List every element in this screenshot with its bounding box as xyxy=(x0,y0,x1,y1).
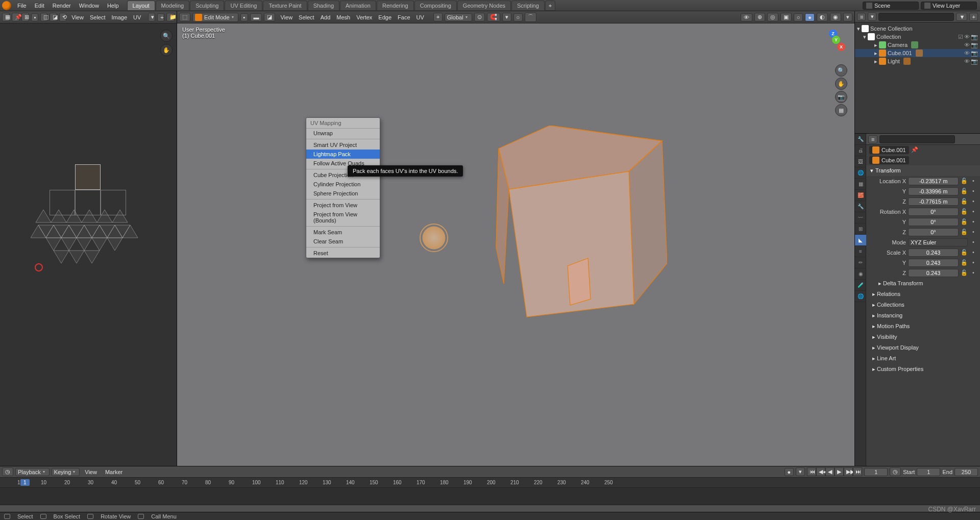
menu-edit[interactable]: Edit xyxy=(31,1,48,10)
lock-icon[interactable]: 🔓 xyxy=(961,188,968,195)
outliner-tree[interactable]: ▾Scene Collection ▾Collection☑👁📷 ▸Camera… xyxy=(855,22,980,133)
properties-search[interactable] xyxy=(879,135,955,143)
property-tab-2[interactable]: 🖼 xyxy=(855,156,866,167)
orientation-selector[interactable]: Global▾ xyxy=(445,13,472,21)
property-tab-12[interactable]: ◉ xyxy=(855,268,866,280)
property-tab-13[interactable]: 🧪 xyxy=(855,280,866,291)
workspace-tab-uv-editing[interactable]: UV Editing xyxy=(225,1,262,10)
axis-x-icon[interactable]: X xyxy=(837,43,845,51)
uv-snap-button[interactable]: ⊞ xyxy=(21,13,29,21)
outliner-search[interactable] xyxy=(878,13,954,21)
timeline-marker-menu[interactable]: Marker xyxy=(102,468,126,476)
property-tab-1[interactable]: 🖨 xyxy=(855,145,866,156)
axis-y-icon[interactable]: Y xyxy=(832,36,840,44)
timeline-scrollbar[interactable] xyxy=(0,505,980,512)
rotation-y-field[interactable]: 0° xyxy=(908,218,959,226)
property-tab-7[interactable]: 〰 xyxy=(855,212,866,224)
uv-hand-icon[interactable]: ✋ xyxy=(160,44,173,56)
uv-mapping-unwrap[interactable]: Unwrap xyxy=(306,129,380,138)
viewport-menu-uv[interactable]: UV xyxy=(413,13,427,21)
uv-mapping-project-from-view[interactable]: Project from View xyxy=(306,201,380,210)
uv-menu-view[interactable]: View xyxy=(68,13,87,21)
uv-select-mode-face[interactable]: ◪ xyxy=(50,13,57,21)
panel-custom-properties[interactable]: ▸ Custom Properties xyxy=(866,364,980,375)
shading-wire[interactable]: ○ xyxy=(794,13,803,21)
uv-mapping-cylinder-projection[interactable]: Cylinder Projection xyxy=(306,180,380,189)
uv-mapping-clear-seam[interactable]: Clear Seam xyxy=(306,237,380,246)
uv-mapping-mark-seam[interactable]: Mark Seam xyxy=(306,228,380,237)
property-tab-9[interactable]: ◣ xyxy=(855,235,866,246)
mode-selector[interactable]: Edit Mode ▾ xyxy=(192,13,238,22)
proportional-button[interactable]: ○ xyxy=(513,13,523,21)
workspace-tab-scripting[interactable]: Scripting xyxy=(511,1,545,10)
snap-button[interactable]: 🧲 xyxy=(487,13,500,21)
playback-menu[interactable]: Playback▾ xyxy=(15,468,50,476)
select-vert-button[interactable]: ▪ xyxy=(240,13,249,21)
snap-type-button[interactable]: ▾ xyxy=(502,13,511,21)
outliner-filter-button[interactable]: ▼ xyxy=(956,13,967,21)
panel-transform[interactable]: ▾Transform xyxy=(866,165,980,176)
menu-help[interactable]: Help xyxy=(103,1,123,10)
menu-file[interactable]: File xyxy=(13,1,31,10)
property-tab-5[interactable]: 🧱 xyxy=(855,190,866,201)
outliner-display-button[interactable]: ▾ xyxy=(868,12,876,21)
viewport-menu-view[interactable]: View xyxy=(277,13,296,21)
property-tab-0[interactable]: 🔧 xyxy=(855,134,866,145)
rotation-z-field[interactable]: 0° xyxy=(908,228,959,236)
location-z-field[interactable]: -0.77615 m xyxy=(908,197,959,206)
camera-icon[interactable]: 📷 xyxy=(835,91,847,103)
location-y-field[interactable]: -0.33996 m xyxy=(908,187,959,195)
editor-type-button[interactable]: ⬚ xyxy=(179,13,190,21)
panel-line-art[interactable]: ▸ Line Art xyxy=(866,353,980,364)
frame-range-icon[interactable]: ◷ xyxy=(890,467,901,476)
outliner-item-camera[interactable]: ▸Camera👁📷 xyxy=(855,41,980,49)
scene-selector[interactable]: Scene xyxy=(863,2,919,10)
shading-solid[interactable]: ● xyxy=(805,13,815,21)
prev-keyframe-button[interactable]: ◀◀ xyxy=(816,467,825,476)
scale-z-field[interactable]: 0.243 xyxy=(908,269,959,277)
next-keyframe-button[interactable]: ▶▶ xyxy=(844,467,853,476)
uv-mapping-lightmap-pack[interactable]: Lightmap Pack xyxy=(306,150,380,159)
workspace-tab-layout[interactable]: Layout xyxy=(127,1,155,10)
pin-icon[interactable]: 📌 xyxy=(911,146,918,154)
select-face-button[interactable]: ◪ xyxy=(264,13,275,21)
shading-render[interactable]: ◉ xyxy=(830,13,841,21)
scale-y-field[interactable]: 0.243 xyxy=(908,259,959,267)
view-layer-selector[interactable]: View Layer xyxy=(921,2,977,10)
uv-canvas[interactable]: 🔍 ✋ xyxy=(0,23,177,466)
uv-select-mode-edge[interactable]: ◫ xyxy=(40,13,48,21)
outliner-item-cube-001[interactable]: ▸Cube.001👁📷 xyxy=(855,49,980,57)
uv-menu-uv[interactable]: UV xyxy=(130,13,144,21)
autokey-button[interactable]: ● xyxy=(785,468,794,476)
timeline-strip[interactable] xyxy=(0,488,980,505)
viewport-menu-mesh[interactable]: Mesh xyxy=(333,13,353,21)
uv-sync-button[interactable]: ⟲ xyxy=(59,13,66,21)
lock-icon[interactable]: 🔓 xyxy=(961,178,968,185)
panel-viewport-display[interactable]: ▸ Viewport Display xyxy=(866,342,980,353)
timeline-type-button[interactable]: ◷ xyxy=(2,467,13,476)
timeline-view-menu[interactable]: View xyxy=(82,468,100,476)
breadcrumb-object[interactable]: Cube.001 xyxy=(869,146,909,154)
uv-menu-select[interactable]: Select xyxy=(87,13,109,21)
viewport-menu-add[interactable]: Add xyxy=(317,13,334,21)
timeline-ruler[interactable]: 1 11020304050607080901001101201301401501… xyxy=(0,478,980,488)
workspace-tab-texture-paint[interactable]: Texture Paint xyxy=(263,1,307,10)
outliner-scene-collection[interactable]: ▾Scene Collection xyxy=(855,24,980,33)
workspace-tab-animation[interactable]: Animation xyxy=(340,1,376,10)
rotation-mode-selector[interactable]: XYZ Euler xyxy=(908,238,968,246)
uv-menu-image[interactable]: Image xyxy=(109,13,131,21)
workspace-tab-compositing[interactable]: Compositing xyxy=(414,1,457,10)
breadcrumb-data[interactable]: Cube.001 xyxy=(869,156,909,164)
workspace-tab-shading[interactable]: Shading xyxy=(308,1,339,10)
outliner-collection[interactable]: ▾Collection☑👁📷 xyxy=(855,33,980,41)
shading-matprev[interactable]: ◐ xyxy=(817,13,828,21)
lock-icon[interactable]: 🔓 xyxy=(961,198,968,205)
perspective-icon[interactable]: ▦ xyxy=(835,104,847,116)
outliner-type-button[interactable]: ≡ xyxy=(857,13,866,21)
shading-options[interactable]: ▾ xyxy=(843,13,852,21)
workspace-tab-geometry-nodes[interactable]: Geometry Nodes xyxy=(457,1,511,10)
panel-collections[interactable]: ▸ Collections xyxy=(866,300,980,310)
property-tab-14[interactable]: 🌐 xyxy=(855,291,866,302)
axis-gizmo[interactable]: Z Y X xyxy=(820,32,844,56)
zoom-icon[interactable]: 🔍 xyxy=(835,64,847,77)
